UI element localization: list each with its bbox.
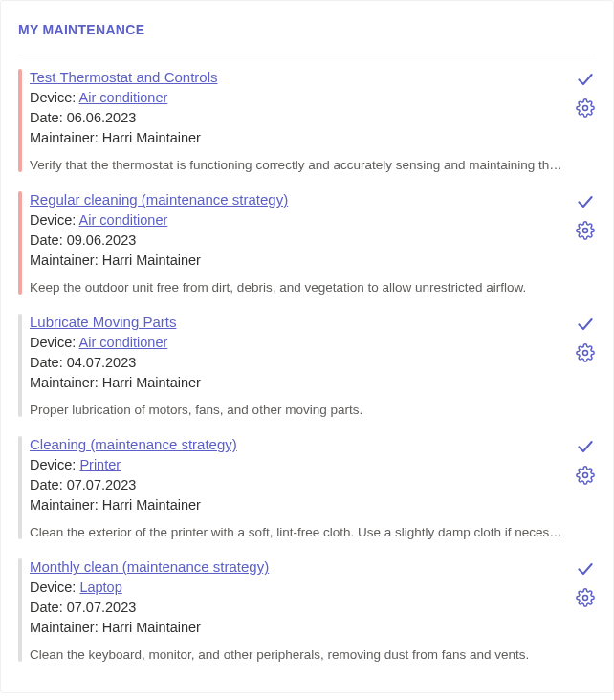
date-label: Date:	[30, 477, 67, 492]
maintenance-item: Lubricate Moving PartsDevice: Air condit…	[18, 314, 596, 417]
task-description: Clean the keyboard, monitor, and other p…	[30, 647, 567, 662]
date-label: Date:	[30, 232, 67, 248]
maintainer-value: Harri Maintainer	[102, 375, 201, 390]
task-description: Verify that the thermostat is functionin…	[30, 158, 567, 172]
maintenance-item: Regular cleaning (maintenance strategy)D…	[18, 191, 596, 295]
maintainer-line: Maintainer: Harri Maintainer	[30, 251, 567, 271]
maintenance-item: Test Thermostat and ControlsDevice: Air …	[18, 69, 596, 172]
device-label: Device:	[30, 212, 79, 228]
maintainer-label: Maintainer:	[30, 620, 102, 635]
item-content: Test Thermostat and ControlsDevice: Air …	[30, 69, 567, 172]
date-label: Date:	[30, 110, 67, 125]
date-label: Date:	[30, 600, 67, 615]
task-title-link[interactable]: Regular cleaning (maintenance strategy)	[30, 191, 288, 208]
complete-button[interactable]	[575, 316, 596, 337]
date-value: 07.07.2023	[67, 477, 137, 492]
device-link[interactable]: Air conditioner	[79, 90, 168, 105]
date-value: 04.07.2023	[67, 355, 137, 370]
device-line: Device: Printer	[30, 455, 567, 475]
check-icon	[576, 315, 595, 338]
task-title-link[interactable]: Monthly clean (maintenance strategy)	[30, 558, 269, 575]
device-label: Device:	[30, 335, 79, 350]
check-icon	[576, 70, 595, 93]
check-icon	[576, 437, 595, 460]
settings-button[interactable]	[575, 589, 596, 610]
maintainer-line: Maintainer: Harri Maintainer	[30, 495, 567, 515]
device-line: Device: Laptop	[30, 578, 567, 598]
accent-bar	[18, 436, 22, 539]
device-label: Device:	[30, 457, 79, 472]
maintainer-line: Maintainer: Harri Maintainer	[30, 373, 567, 393]
date-line: Date: 09.06.2023	[30, 230, 567, 251]
svg-point-1	[583, 229, 588, 233]
gear-icon	[576, 588, 595, 611]
maintenance-item: Cleaning (maintenance strategy)Device: P…	[18, 436, 596, 539]
date-line: Date: 06.06.2023	[30, 108, 567, 128]
maintenance-item: Monthly clean (maintenance strategy)Devi…	[18, 558, 596, 662]
device-line: Device: Air conditioner	[30, 210, 567, 230]
maintainer-label: Maintainer:	[30, 252, 102, 268]
svg-point-2	[583, 351, 588, 356]
maintainer-label: Maintainer:	[30, 130, 102, 145]
item-actions	[575, 558, 596, 610]
date-line: Date: 07.07.2023	[30, 598, 567, 618]
maintainer-line: Maintainer: Harri Maintainer	[30, 128, 567, 148]
device-label: Device:	[30, 90, 79, 105]
accent-bar	[18, 191, 22, 295]
device-line: Device: Air conditioner	[30, 88, 567, 108]
check-icon	[576, 192, 595, 215]
date-line: Date: 07.07.2023	[30, 475, 567, 495]
date-value: 06.06.2023	[67, 110, 137, 125]
divider	[18, 55, 596, 55]
maintenance-list: Test Thermostat and ControlsDevice: Air …	[18, 69, 596, 662]
maintainer-value: Harri Maintainer	[102, 252, 201, 268]
gear-icon	[576, 343, 595, 366]
complete-button[interactable]	[575, 560, 596, 581]
settings-button[interactable]	[575, 222, 596, 243]
device-link[interactable]: Laptop	[79, 580, 121, 595]
maintainer-line: Maintainer: Harri Maintainer	[30, 618, 567, 638]
task-title-link[interactable]: Test Thermostat and Controls	[30, 69, 217, 85]
item-content: Monthly clean (maintenance strategy)Devi…	[30, 558, 567, 662]
item-actions	[575, 436, 596, 488]
device-link[interactable]: Air conditioner	[79, 212, 168, 228]
page-title: MY MAINTENANCE	[18, 22, 596, 37]
item-actions	[575, 191, 596, 243]
maintainer-label: Maintainer:	[30, 375, 102, 390]
gear-icon	[576, 466, 595, 489]
item-actions	[575, 69, 596, 120]
task-description: Keep the outdoor unit free from dirt, de…	[30, 280, 567, 295]
complete-button[interactable]	[575, 71, 596, 92]
maintenance-panel: MY MAINTENANCE Test Thermostat and Contr…	[0, 0, 614, 693]
maintainer-value: Harri Maintainer	[102, 620, 201, 635]
svg-point-4	[583, 596, 588, 601]
item-content: Cleaning (maintenance strategy)Device: P…	[30, 436, 567, 539]
gear-icon	[576, 221, 595, 244]
settings-button[interactable]	[575, 467, 596, 488]
check-icon	[576, 559, 595, 582]
complete-button[interactable]	[575, 438, 596, 459]
date-label: Date:	[30, 355, 67, 370]
gear-icon	[576, 98, 595, 121]
task-title-link[interactable]: Lubricate Moving Parts	[30, 314, 176, 330]
task-description: Clean the exterior of the printer with a…	[30, 525, 567, 539]
item-actions	[575, 314, 596, 365]
task-description: Proper lubrication of motors, fans, and …	[30, 403, 567, 417]
device-label: Device:	[30, 580, 79, 595]
settings-button[interactable]	[575, 344, 596, 365]
svg-point-0	[583, 106, 588, 111]
complete-button[interactable]	[575, 193, 596, 214]
device-line: Device: Air conditioner	[30, 333, 567, 353]
maintainer-value: Harri Maintainer	[102, 497, 201, 513]
device-link[interactable]: Printer	[79, 457, 121, 472]
device-link[interactable]: Air conditioner	[79, 335, 168, 350]
date-value: 09.06.2023	[67, 232, 137, 248]
settings-button[interactable]	[575, 99, 596, 120]
task-title-link[interactable]: Cleaning (maintenance strategy)	[30, 436, 237, 452]
maintainer-label: Maintainer:	[30, 497, 102, 513]
accent-bar	[18, 69, 22, 172]
svg-point-3	[583, 473, 588, 478]
accent-bar	[18, 314, 22, 417]
item-content: Regular cleaning (maintenance strategy)D…	[30, 191, 567, 295]
date-line: Date: 04.07.2023	[30, 353, 567, 373]
